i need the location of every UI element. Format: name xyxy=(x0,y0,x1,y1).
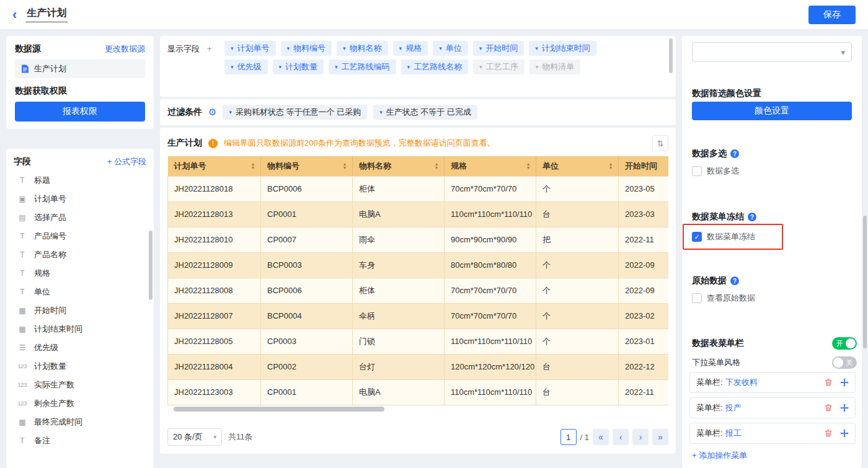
table-row[interactable]: JH20221128008BCP0006柜体70cm*70cm*70/70个20… xyxy=(168,278,669,303)
sort-desc-icon: ▾ xyxy=(343,166,346,170)
page-number-input[interactable]: 1 xyxy=(560,429,577,445)
table-row[interactable]: JH20221128010CP0007雨伞90cm*90cm*90/90把202… xyxy=(168,227,669,252)
filter-condition-chip[interactable]: ▾生产状态 不等于 已完成 xyxy=(373,105,477,120)
add-display-field-button[interactable]: + xyxy=(207,44,212,53)
sort-carets-icon[interactable]: ▴▾ xyxy=(527,162,529,170)
table-sort-icon[interactable]: ⇅ xyxy=(652,135,668,151)
display-field-chip[interactable]: ▾工艺路线编码 xyxy=(329,60,396,74)
field-item[interactable]: 123剩余生产数 xyxy=(14,394,146,413)
field-item[interactable]: T规格 xyxy=(14,264,146,283)
delete-icon[interactable] xyxy=(824,429,833,438)
top-bar: ‹ 生产计划 保存 xyxy=(0,0,868,30)
multi-select-checkbox[interactable] xyxy=(692,166,702,176)
display-field-chip[interactable]: ▾物料编号 xyxy=(281,41,332,56)
window-scrollbar[interactable] xyxy=(863,216,867,348)
menubar-toggle-row: 数据表菜单栏 开 xyxy=(692,337,857,350)
delete-icon[interactable] xyxy=(824,378,833,387)
filter-condition-chip[interactable]: ▾采购耗材状态 等于任意一个 已采购 xyxy=(223,105,367,120)
field-item[interactable]: T产品名称 xyxy=(14,245,146,264)
multi-select-checkbox-row[interactable]: 数据多选 xyxy=(692,166,852,177)
datasource-item[interactable]: 生产计划 xyxy=(15,60,145,78)
back-icon[interactable]: ‹ xyxy=(12,8,17,22)
help-icon[interactable]: ? xyxy=(748,213,756,221)
next-page-button[interactable]: › xyxy=(632,429,649,445)
display-field-chip[interactable]: ▾规格 xyxy=(393,41,428,56)
table-row[interactable]: JH20221123003CP0001电脑A110cm*110cm*110/11… xyxy=(168,379,669,405)
gear-icon[interactable]: ⚙ xyxy=(208,107,216,118)
last-page-button[interactable]: » xyxy=(652,429,668,445)
move-icon[interactable] xyxy=(840,429,849,438)
field-item[interactable]: ☰优先级 xyxy=(14,338,146,357)
column-label: 规格 xyxy=(451,161,467,172)
field-item[interactable]: T产品编号 xyxy=(14,227,146,245)
field-label: 计划数量 xyxy=(34,361,66,372)
freeze-checkbox-row[interactable]: ✓ 数据菜单冻结 xyxy=(692,231,755,242)
display-field-chip[interactable]: ▾单位 xyxy=(433,41,468,56)
field-item[interactable]: T单位 xyxy=(14,283,146,301)
display-field-chip[interactable]: ▾计划结束时间 xyxy=(529,41,596,56)
datasource-panel: 数据源 更改数据源 生产计划 数据获取权限 报表权限 xyxy=(6,36,154,129)
table-row[interactable]: JH20221128005CP0003门锁110cm*110cm*110/110… xyxy=(168,329,669,354)
middle-panel-scrollbar[interactable] xyxy=(669,38,673,73)
menubar-toggle-on[interactable]: 开 xyxy=(832,337,857,350)
raw-data-checkbox[interactable] xyxy=(692,293,702,303)
display-field-chip[interactable]: ▾物料名称 xyxy=(337,41,388,56)
field-item[interactable]: ▦最终完成时间 xyxy=(14,413,146,431)
field-item[interactable]: 123计划数量 xyxy=(14,357,146,376)
prev-page-button[interactable]: ‹ xyxy=(613,429,629,445)
delete-icon[interactable] xyxy=(824,404,833,412)
report-permission-button[interactable]: 报表权限 xyxy=(15,102,145,121)
freeze-checkbox[interactable]: ✓ xyxy=(692,232,702,242)
chip-label: 物料清单 xyxy=(542,61,574,73)
add-action-menu-link[interactable]: + 添加操作菜单 xyxy=(692,450,747,461)
table-cell: 2022-09 xyxy=(619,252,669,278)
date-icon: ▦ xyxy=(16,418,29,426)
move-icon[interactable] xyxy=(840,404,849,412)
field-item[interactable]: ▤选择产品 xyxy=(14,208,146,227)
first-page-button[interactable]: « xyxy=(593,429,609,445)
sort-carets-icon[interactable]: ▴▾ xyxy=(252,162,254,170)
change-datasource-link[interactable]: 更改数据源 xyxy=(105,43,145,55)
display-field-chip[interactable]: ▾工艺路线名称 xyxy=(401,60,469,74)
field-item[interactable]: ▣计划单号 xyxy=(14,190,146,208)
table-row[interactable]: JH20221128007BCP0004伞柄70cm*70cm*70/70个20… xyxy=(168,303,669,329)
display-field-chip-disabled[interactable]: ▾物料清单 xyxy=(529,60,581,74)
table-cell: 电脑A xyxy=(353,201,445,227)
field-label: 优先级 xyxy=(34,342,58,353)
display-field-chip-disabled[interactable]: ▾工艺工序 xyxy=(473,60,525,74)
display-field-chip[interactable]: ▾开始时间 xyxy=(473,41,525,56)
table-row[interactable]: JH20221128018BCP0006柜体70cm*70cm*70/70个20… xyxy=(168,176,669,201)
move-icon[interactable] xyxy=(840,378,849,387)
field-label: 规格 xyxy=(34,268,50,279)
formula-field-link[interactable]: + 公式字段 xyxy=(107,156,146,167)
raw-data-checkbox-row[interactable]: 查看原始数据 xyxy=(692,293,852,304)
sort-desc-icon: ▾ xyxy=(435,166,438,170)
sort-carets-icon[interactable]: ▴▾ xyxy=(435,162,438,170)
help-icon[interactable]: ? xyxy=(730,276,739,285)
table-row[interactable]: JH20221128004CP0002台灯120cm*120cm*120/120… xyxy=(168,354,669,379)
table-cell: 伞柄 xyxy=(353,303,445,329)
page-size-select[interactable]: 20 条/页 ▾ xyxy=(167,428,222,446)
horizontal-scrollbar[interactable] xyxy=(174,407,384,412)
help-icon[interactable]: ? xyxy=(730,149,739,158)
chip-label: 工艺路线名称 xyxy=(414,61,462,73)
sort-carets-icon[interactable]: ▴▾ xyxy=(609,162,612,170)
table-row[interactable]: JH20221128013CP0001电脑A110cm*110cm*110/11… xyxy=(168,201,669,227)
field-item[interactable]: T标题 xyxy=(14,171,146,190)
table-row[interactable]: JH20221128009BCP0003车身80cm*80cm*80/80个20… xyxy=(168,252,669,278)
display-fields-label: 显示字段 xyxy=(167,44,200,53)
field-item[interactable]: T备注 xyxy=(14,431,146,450)
display-field-chip[interactable]: ▾优先级 xyxy=(224,60,268,74)
save-button[interactable]: 保存 xyxy=(808,6,856,24)
dropdown-style-toggle-off[interactable]: 关 xyxy=(832,356,857,369)
freeze-title-row: 数据菜单冻结 ? xyxy=(692,211,852,223)
sort-carets-icon[interactable]: ▴▾ xyxy=(343,162,346,170)
display-field-chip[interactable]: ▾计划单号 xyxy=(224,41,276,56)
color-setting-button[interactable]: 颜色设置 xyxy=(692,102,852,120)
field-item[interactable]: 123实际生产数 xyxy=(14,376,146,394)
field-item[interactable]: ▦计划结束时间 xyxy=(14,320,146,338)
display-field-chip[interactable]: ▾计划数量 xyxy=(273,60,324,74)
field-item[interactable]: ▦开始时间 xyxy=(14,301,146,320)
settings-select[interactable]: ▾ xyxy=(692,42,852,62)
left-panel-scrollbar[interactable] xyxy=(149,231,153,300)
